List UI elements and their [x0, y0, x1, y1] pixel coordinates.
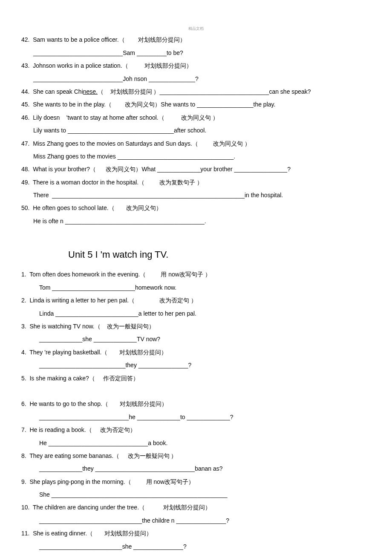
exercise-line: 10. The children are dancing under the t…: [21, 503, 371, 512]
exercise-line: __________________________they _________…: [21, 360, 371, 370]
exercise-line: ___________________________he __________…: [21, 412, 371, 422]
exercise-line: _______________________________the child…: [21, 516, 371, 525]
exercise-line: ___________________________Joh nson ____…: [21, 74, 371, 83]
exercise-line: 44. She can speak Chinese.（ 对划线部分提问 ）___…: [21, 87, 371, 96]
exercise-line: 3. She is watching TV now.（ 改为一般疑问句）: [21, 322, 371, 331]
bottom-section: 1. Tom often does homework in the evenin…: [21, 270, 371, 555]
exercise-line: _________________________she ___________…: [21, 542, 371, 551]
exercise-line: ___________________________Sam _________…: [21, 48, 371, 58]
exercise-line: 7. He is reading a book.（ 改为否定句）: [21, 425, 371, 434]
exercise-line: 2. Linda is writing a letter to her pen …: [21, 296, 371, 305]
exercise-line: Lily wants to __________________________…: [21, 126, 371, 135]
exercise-line: 48. What is your brother?（ 改为同义句）What __…: [21, 164, 371, 174]
exercise-line: He ______________________________a book.: [21, 438, 371, 448]
exercise-line: 1. Tom often does homework in the evenin…: [21, 270, 371, 279]
exercise-line: Linda _________________________a letter …: [21, 309, 371, 318]
exercise-line: 50. He often goes to school late.（ 改为同义句…: [21, 203, 371, 213]
header-tag: 精品文档: [21, 26, 371, 32]
exercise-line: 6. He wants to go to the shop.（ 对划线部分提问）: [21, 399, 371, 408]
exercise-line: 11. She is eating dinner.（ 对划线部分提问）: [21, 529, 371, 538]
exercise-line: 45. She wants to be in the play.（ 改为同义句）…: [21, 100, 371, 109]
exercise-line: He is ofte n ___________________________…: [21, 216, 371, 226]
top-section: 42. Sam wants to be a police officer.（ 对…: [21, 35, 371, 226]
exercise-line: Miss Zhang goes to the movies __________…: [21, 152, 371, 161]
exercise-line: She ____________________________________…: [21, 490, 371, 499]
exercise-line: 8. They are eating some bananas.（ 改为一般疑问…: [21, 451, 371, 460]
exercise-line: 47. Miss Zhang goes to the movies on Sat…: [21, 139, 371, 148]
exercise-line: _____________they ______________________…: [21, 464, 371, 473]
exercise-line: 43. Johnson works in a police station.（ …: [21, 61, 371, 70]
exercise-line: 46. Lily doesn 'twant to stay at home af…: [21, 113, 371, 122]
exercise-line: Tom _________________________homework no…: [21, 283, 371, 292]
exercise-line: There __________________________________…: [21, 190, 371, 200]
exercise-line: 42. Sam wants to be a police officer.（ 对…: [21, 35, 371, 44]
exercise-line: 9. She plays ping-pong in the morning.（ …: [21, 477, 371, 486]
exercise-line: 4. They 're playing basketball.（ 对划线部分提问…: [21, 348, 371, 357]
exercise-line: 49. There is a woman doctor in the hospi…: [21, 178, 371, 187]
unit-title: Unit 5 I 'm watch ing TV.: [21, 247, 371, 262]
exercise-line: 5. Is she making a cake?（ 作否定回答）: [21, 374, 371, 383]
exercise-line: _____________she _____________TV now?: [21, 334, 371, 344]
exercise-line: [21, 386, 371, 396]
